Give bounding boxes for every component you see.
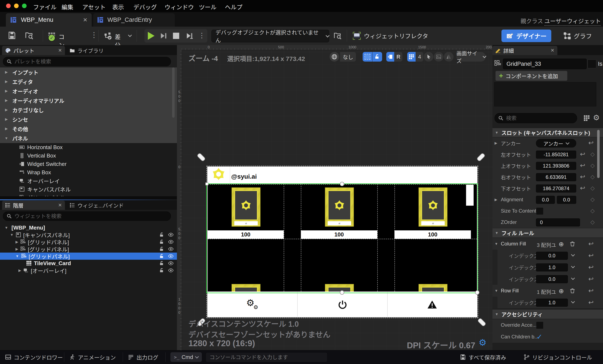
details-search-input[interactable]: [506, 115, 572, 121]
lock-icon[interactable]: [159, 253, 164, 259]
lock-icon[interactable]: [159, 239, 164, 245]
reset-icon[interactable]: ↩: [580, 174, 585, 180]
section-slot[interactable]: ▼スロット (キャンバスパネルスロット): [492, 128, 603, 137]
play-options-icon[interactable]: ⋮: [198, 31, 205, 39]
respect-locks-toggle[interactable]: R: [394, 52, 402, 62]
palette-search[interactable]: [3, 57, 171, 66]
fill-index-input[interactable]: 0.0: [536, 275, 568, 283]
lock-icon[interactable]: [159, 246, 164, 252]
fill-index-input[interactable]: 0.0: [536, 252, 568, 260]
visibility-eye-icon[interactable]: [168, 239, 174, 245]
hierarchy-search-input[interactable]: [14, 213, 149, 220]
alignment-y-input[interactable]: 0.0: [557, 196, 576, 204]
lock-icon[interactable]: [159, 268, 164, 273]
fill-index-input[interactable]: 1.0: [536, 299, 568, 307]
hierarchy-search[interactable]: [3, 211, 171, 221]
zorder-input[interactable]: 0: [536, 218, 580, 226]
compile-options-icon[interactable]: ⋮: [91, 31, 98, 39]
menu-item-debug[interactable]: デバッグ: [133, 3, 157, 11]
play-button-icon[interactable]: [148, 32, 154, 40]
tab-palette[interactable]: パレット ✕: [2, 46, 65, 55]
fill-index-input[interactable]: 1.0: [536, 263, 568, 271]
settings-gears-icon[interactable]: ⚙⚙: [246, 298, 255, 307]
trash-icon[interactable]: [569, 288, 575, 294]
reset-icon[interactable]: ↩: [588, 252, 594, 259]
lock-icon[interactable]: [159, 260, 164, 266]
hierarchy-row-grid-panel-2[interactable]: ▶[グリッドパネル]: [0, 246, 177, 253]
add-component-button[interactable]: + コンポーネントを追加: [495, 71, 568, 81]
tab-hierarchy[interactable]: 階層 ✕: [2, 201, 65, 210]
section-accessibility[interactable]: ▼アクセシビリティ: [492, 310, 603, 319]
palette-scrollbar[interactable]: [172, 67, 175, 118]
palette-item-vertical-box[interactable]: Vertical Box: [0, 152, 177, 160]
offset-bottom-input[interactable]: 186.270874: [536, 185, 576, 192]
dpi-settings-gear-icon[interactable]: ⚙: [479, 338, 487, 347]
lock-widget-toggle[interactable]: [372, 52, 382, 62]
warning-icon[interactable]: [427, 299, 437, 310]
menu-item-asset[interactable]: アセット: [82, 3, 105, 11]
offset-right-input[interactable]: 6.633691: [536, 173, 576, 181]
globe-button[interactable]: [330, 52, 339, 62]
palette-category-input[interactable]: ▶インプット: [0, 67, 177, 77]
visibility-eye-icon[interactable]: [168, 260, 174, 266]
bind-diamond-icon[interactable]: ◇: [591, 219, 595, 225]
visibility-eye-icon[interactable]: [168, 246, 174, 252]
widget-name-field[interactable]: [503, 59, 587, 69]
trash-icon[interactable]: [569, 241, 575, 247]
palette-category-other[interactable]: ▶その他: [0, 124, 177, 134]
hierarchy-row-tileview-card[interactable]: TileView_Card: [0, 260, 177, 267]
reset-icon[interactable]: ↩: [588, 288, 594, 294]
selection-outline-toggle[interactable]: [363, 52, 372, 62]
visibility-eye-icon[interactable]: [168, 268, 174, 273]
bind-diamond-icon[interactable]: ◇: [591, 197, 595, 202]
power-icon[interactable]: [337, 299, 348, 310]
output-log-button[interactable]: 出力ログ: [128, 352, 158, 362]
tab-close-icon[interactable]: ✕: [551, 48, 555, 53]
bind-diamond-icon[interactable]: ◇: [591, 208, 595, 213]
step-forward-icon[interactable]: [160, 32, 167, 40]
palette-item-overlay[interactable]: オーバーレイ: [0, 176, 177, 185]
console-input-wrap[interactable]: [206, 352, 327, 362]
section-fill-rules[interactable]: ▼フィル ルール: [492, 228, 603, 238]
reset-icon[interactable]: ↩: [588, 140, 594, 146]
palette-item-widget-switcher[interactable]: Widget Switcher: [0, 160, 177, 168]
bind-diamond-icon[interactable]: ◇: [591, 163, 595, 168]
offset-top-input[interactable]: 121.393806: [536, 162, 576, 170]
doc-tab-inactive[interactable]: WBP_CardEntry: [93, 13, 175, 27]
details-scrollbar[interactable]: [597, 130, 600, 178]
add-element-icon[interactable]: ⊕: [559, 287, 564, 295]
save-status-button[interactable]: すべて保存済み: [460, 352, 506, 362]
chevron-down-icon[interactable]: [571, 276, 575, 280]
selection-handle[interactable]: [340, 290, 344, 295]
hierarchy-row-overlay[interactable]: ▶[オーバーレイ]: [0, 267, 177, 274]
cursor-tool-button[interactable]: [424, 52, 433, 62]
palette-item-canvas-panel[interactable]: キャンバスパネル: [0, 185, 177, 193]
tab-close-icon[interactable]: ✕: [58, 202, 62, 208]
palette-category-uncategorized[interactable]: ▶カテゴリなし: [0, 105, 177, 115]
palette-category-editor[interactable]: ▶エディタ: [0, 77, 177, 86]
graph-button[interactable]: グラフ: [563, 30, 592, 42]
selection-handle[interactable]: [475, 290, 479, 295]
palette-category-panel[interactable]: ▼パネル: [0, 133, 177, 143]
flip-preview-button[interactable]: [444, 52, 453, 62]
palette-search-input[interactable]: [14, 59, 149, 65]
parent-class-link[interactable]: ユーザーウィジェット: [544, 17, 601, 26]
hierarchy-row-grid-panel-selected[interactable]: ▼[グリッドパネル]: [0, 253, 177, 260]
reset-icon[interactable]: ↩: [588, 276, 594, 282]
menu-item-tools[interactable]: ツール: [199, 3, 217, 11]
doc-tab-active[interactable]: WBP_Menu ✕: [6, 13, 92, 27]
bind-diamond-icon[interactable]: ◇: [591, 174, 595, 179]
reset-icon[interactable]: ↩: [588, 264, 594, 270]
palette-category-audio-material[interactable]: ▶オーディオマテリアル: [0, 96, 177, 105]
hierarchy-row-canvas-panel[interactable]: ▼[キャンバスパネル]: [0, 231, 177, 238]
align-toggle[interactable]: [386, 52, 394, 62]
screen-size-dropdown[interactable]: 画面サイズ: [456, 52, 486, 62]
tab-library[interactable]: ライブラリ: [67, 46, 121, 55]
bind-diamond-icon[interactable]: ◇: [591, 152, 595, 157]
palette-category-audio[interactable]: ▶オーディオ: [0, 86, 177, 96]
debug-object-dropdown[interactable]: デバッグオブジェクトが選択されていません: [211, 30, 329, 42]
selection-handle[interactable]: [205, 182, 208, 185]
hierarchy-row-root[interactable]: ▼[WBP_Menu]: [0, 224, 177, 231]
grid-snap-toggle[interactable]: [407, 52, 416, 62]
visibility-eye-icon[interactable]: [168, 253, 174, 259]
